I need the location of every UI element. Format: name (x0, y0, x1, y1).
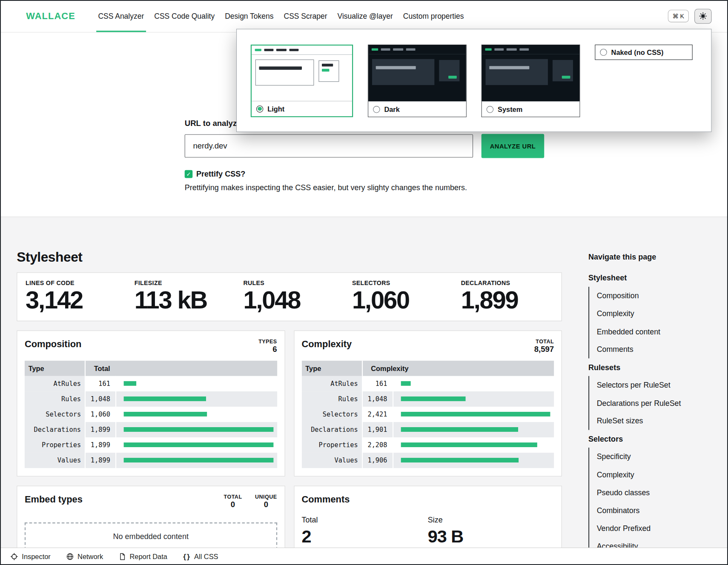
nav-item-css-analyzer[interactable]: CSS Analyzer (93, 0, 149, 32)
row-value: 161 (362, 376, 393, 391)
row-type-label: AtRules (301, 376, 362, 391)
embed-types-meta: TOTAL 0 UNIQUE 0 (224, 494, 277, 509)
dark-theme-preview (368, 45, 466, 101)
column-header-complexity: Complexity (362, 360, 554, 376)
page-nav-item-combinators[interactable]: Combinators (597, 501, 719, 519)
prettify-checkbox[interactable] (185, 170, 193, 178)
page-nav-item-complexity[interactable]: Complexity (597, 465, 719, 483)
light-radio[interactable] (256, 105, 263, 112)
nav-item-visualize-layer[interactable]: Visualize @layer (332, 0, 398, 32)
app-window: WALLACE CSS Analyzer CSS Code Quality De… (0, 0, 728, 565)
system-preview-body (482, 54, 579, 90)
composition-meta: TYPES 6 (258, 339, 277, 354)
devtools-tab-label: All CSS (194, 553, 218, 561)
nav-item-css-scraper[interactable]: CSS Scraper (279, 0, 332, 32)
nav-item-design-tokens[interactable]: Design Tokens (220, 0, 278, 32)
stat-value: 1,048 (243, 287, 344, 313)
page-nav-sublist: CompositionComplexityEmbedded contentCom… (588, 287, 719, 358)
page-nav-item-specificity[interactable]: Specificity (597, 448, 719, 465)
page-nav-group-stylesheet[interactable]: Stylesheet (588, 268, 719, 286)
meta-value: 0 (255, 500, 277, 509)
comments-total: Total 2 (301, 515, 427, 546)
row-type-label: AtRules (25, 376, 85, 391)
row-bar-cell (393, 453, 554, 468)
devtools-tab-inspector[interactable]: Inspector (10, 553, 51, 561)
theme-option-system[interactable]: System (482, 45, 580, 117)
system-radio[interactable] (487, 106, 493, 113)
light-preview-input (255, 60, 314, 86)
meta-label: TYPES (258, 339, 277, 344)
theme-option-dark[interactable]: Dark (368, 45, 467, 117)
devtools-tab-report-data[interactable]: Report Data (118, 553, 167, 561)
panel-title: Comments (301, 494, 350, 505)
prettify-label: Prettify CSS? (196, 170, 245, 179)
table-header-row: Type Total (25, 360, 277, 376)
table-row: Properties1,899 (25, 437, 277, 453)
nav-item-css-code-quality[interactable]: CSS Code Quality (149, 0, 220, 32)
naked-radio[interactable] (600, 49, 607, 56)
theme-toggle-button[interactable] (694, 9, 711, 23)
meta-value: 0 (224, 500, 242, 509)
url-input[interactable] (185, 134, 473, 158)
page-nav-sublist: SpecificityComplexityPseudo classesCombi… (588, 448, 719, 555)
row-value: 1,048 (85, 391, 116, 406)
bar (124, 381, 137, 386)
page-nav-item-composition[interactable]: Composition (597, 287, 719, 305)
complexity-meta: TOTAL 8,597 (534, 339, 554, 354)
table-row: Declarations1,901 (301, 422, 554, 437)
stat-label: FILESIZE (135, 280, 235, 286)
comments-size: Size 93 B (428, 515, 554, 546)
theme-option-naked[interactable]: Naked (no CSS) (595, 45, 692, 60)
stat-filesize: FILESIZE 113 kB (126, 280, 235, 313)
dark-label: Dark (384, 105, 399, 113)
devtools-tab-all-css[interactable]: {} All CSS (183, 553, 218, 561)
dark-radio[interactable] (373, 106, 380, 113)
table-row: Rules1,048 (25, 391, 277, 406)
command-k-button[interactable]: ⌘ K (668, 10, 689, 22)
row-bar-cell (393, 407, 554, 422)
light-label: Light (267, 105, 284, 113)
comments-size-label: Size (428, 515, 554, 524)
page-nav-group-selectors[interactable]: Selectors (588, 430, 719, 448)
page-nav-item-embedded-content[interactable]: Embedded content (597, 322, 719, 340)
wallace-logo[interactable]: WALLACE (26, 11, 75, 21)
row-bar-cell (116, 453, 277, 468)
analyze-url-button[interactable]: ANALYZE URL (482, 134, 544, 158)
stat-value: 3,142 (26, 287, 126, 313)
stat-value: 113 kB (135, 287, 235, 313)
panel-title: Embed types (25, 494, 83, 505)
nav-item-custom-properties[interactable]: Custom properties (398, 0, 469, 32)
row-type-label: Rules (301, 391, 362, 406)
page-nav: Navigate this page StylesheetComposition… (588, 252, 719, 555)
row-type-label: Selectors (301, 407, 362, 422)
table-row: Values1,899 (25, 453, 277, 468)
comments-total-value: 2 (301, 526, 427, 546)
composition-panel: Composition TYPES 6 Type Total AtRules16… (17, 330, 285, 476)
page-nav-item-comments[interactable]: Comments (597, 340, 719, 358)
page-nav-item-complexity[interactable]: Complexity (597, 305, 719, 322)
page-nav-item-pseudo-classes[interactable]: Pseudo classes (597, 483, 719, 501)
dark-preview-body (368, 54, 466, 90)
system-option-footer: System (482, 101, 579, 117)
page-nav-group-rulesets[interactable]: Rulesets (588, 358, 719, 376)
row-value: 1,899 (85, 422, 116, 437)
dark-preview-navbar (368, 45, 466, 54)
page-nav-item-ruleset-sizes[interactable]: RuleSet sizes (597, 412, 719, 430)
comments-size-value: 93 B (428, 526, 554, 546)
meta-label: UNIQUE (255, 494, 277, 499)
stat-value: 1,899 (461, 287, 562, 313)
composition-table: Type Total AtRules161Rules1,048Selectors… (25, 360, 277, 468)
table-row: Rules1,048 (301, 391, 554, 406)
stats-panel: LINES OF CODE 3,142 FILESIZE 113 kB RULE… (17, 272, 562, 321)
comments-total-label: Total (301, 515, 427, 524)
page-nav-item-selectors-per-ruleset[interactable]: Selectors per RuleSet (597, 376, 719, 394)
devtools-tab-network[interactable]: Network (66, 553, 103, 561)
charts-row: Composition TYPES 6 Type Total AtRules16… (17, 330, 562, 476)
system-label: System (498, 105, 522, 113)
row-value: 2,208 (362, 437, 393, 453)
table-row: AtRules161 (301, 376, 554, 391)
composition-panel-head: Composition TYPES 6 (25, 339, 277, 354)
page-nav-item-declarations-per-ruleset[interactable]: Declarations per RuleSet (597, 394, 719, 412)
theme-option-light[interactable]: Light (251, 45, 353, 117)
page-nav-item-vendor-prefixed[interactable]: Vendor Prefixed (597, 519, 719, 537)
